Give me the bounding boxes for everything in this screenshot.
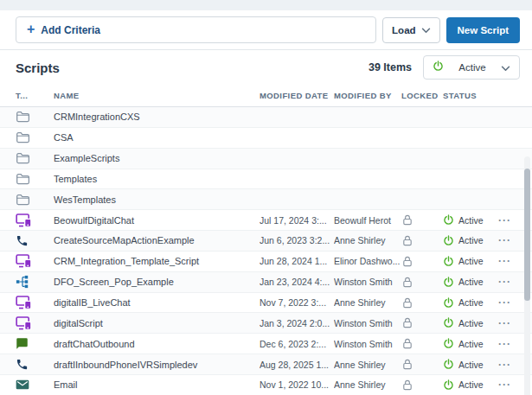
- table-header-row: T... NAME MODIFIED DATE MODIFIED BY LOCK…: [0, 85, 532, 107]
- table-row[interactable]: BeowulfDigitalChat Jul 17, 2024 3:... Be…: [0, 210, 532, 231]
- new-script-button[interactable]: New Script: [446, 17, 520, 43]
- row-modified-by: Beowulf Herot: [334, 215, 401, 226]
- digital-icon: [16, 253, 54, 269]
- row-modified-date: Nov 1, 2022 10...: [260, 379, 334, 390]
- column-header-status[interactable]: STATUS: [443, 91, 498, 100]
- table-row[interactable]: Email Nov 1, 2022 10... Anne Shirley Act…: [0, 375, 532, 395]
- row-name: CSA: [54, 132, 260, 143]
- row-modified-by: Winston Smith: [334, 318, 401, 328]
- power-icon: [443, 359, 454, 370]
- row-name: digitalIB_LiveChat: [54, 297, 260, 308]
- phone-icon: [16, 358, 54, 371]
- row-menu-button[interactable]: ···: [498, 317, 522, 329]
- row-name: ExampleScripts: [54, 153, 260, 163]
- power-icon: [433, 60, 444, 75]
- chat-icon: [16, 337, 54, 350]
- row-modified-date: Dec 6, 2023 2:...: [260, 339, 334, 349]
- table-row[interactable]: CSA: [0, 128, 532, 149]
- row-menu-button[interactable]: ···: [498, 234, 522, 246]
- lock-icon: [401, 213, 443, 226]
- scripts-panel-header: Scripts 39 Items Active: [0, 50, 532, 85]
- scripts-panel: Scripts 39 Items Active T... NAME MODIFI…: [0, 49, 532, 395]
- row-name: DFO_Screen_Pop_Example: [54, 277, 260, 287]
- power-icon: [443, 277, 454, 288]
- digital-icon: [16, 213, 54, 228]
- column-header-modified-date[interactable]: MODIFIED DATE: [260, 91, 334, 100]
- row-menu-button[interactable]: ···: [498, 338, 522, 350]
- add-criteria-input[interactable]: + Add Criteria: [16, 16, 376, 43]
- table-row[interactable]: WesTemplates: [0, 189, 532, 210]
- email-icon: [16, 379, 54, 391]
- power-icon: [443, 317, 454, 328]
- folder-icon: [16, 111, 54, 123]
- table-body: CRMIntegrationCXS CSA ExampleScripts Tem…: [0, 107, 532, 395]
- row-status: Active: [443, 379, 498, 391]
- table-row[interactable]: CRMIntegrationCXS: [0, 107, 532, 128]
- row-menu-button[interactable]: ···: [498, 379, 522, 391]
- row-modified-by: Anne Shirley: [334, 235, 401, 245]
- toolbar: + Add Criteria Load New Script: [0, 10, 532, 49]
- row-status: Active: [443, 359, 498, 370]
- row-modified-by: Winston Smith: [334, 339, 401, 349]
- table-row[interactable]: Templates: [0, 169, 532, 190]
- phone-icon: [16, 234, 54, 247]
- page-title: Scripts: [16, 61, 60, 75]
- load-button[interactable]: Load: [382, 17, 439, 43]
- row-modified-by: Elinor Dashwo...: [334, 256, 401, 266]
- table-row[interactable]: DFO_Screen_Pop_Example Jan 23, 2024 4:..…: [0, 272, 532, 293]
- add-criteria-label: Add Criteria: [41, 24, 100, 36]
- power-icon: [443, 379, 454, 391]
- column-header-modified-by[interactable]: MODIFIED BY: [334, 91, 401, 100]
- row-name: digitalScript: [54, 318, 260, 328]
- table-row[interactable]: CRM_Integration_Template_Script Jun 28, …: [0, 252, 532, 272]
- status-filter-dropdown[interactable]: Active: [423, 55, 520, 80]
- chevron-down-icon: [421, 25, 431, 35]
- row-modified-date: Jan 23, 2024 4:...: [260, 277, 334, 287]
- row-name: CRM_Integration_Template_Script: [54, 256, 260, 266]
- row-modified-date: Aug 28, 2025 1...: [260, 360, 334, 370]
- row-modified-date: Jan 3, 2024 2:0...: [260, 318, 334, 328]
- column-header-type[interactable]: T...: [16, 91, 54, 100]
- folder-icon: [16, 152, 54, 164]
- table-row[interactable]: draftIInboundPhoneIVRSimpledev Aug 28, 2…: [0, 354, 532, 375]
- row-menu-button[interactable]: ···: [498, 296, 522, 309]
- column-header-name[interactable]: NAME: [54, 91, 260, 100]
- scrollbar-thumb[interactable]: [524, 169, 530, 301]
- table-row[interactable]: draftChatOutbound Dec 6, 2023 2:... Wins…: [0, 334, 532, 354]
- vertical-scrollbar[interactable]: [524, 156, 530, 395]
- table-row[interactable]: digitalIB_LiveChat Nov 7, 2022 3:... Ann…: [0, 293, 532, 314]
- lock-icon: [401, 296, 443, 309]
- load-button-label: Load: [392, 25, 415, 35]
- dfo-icon: [16, 275, 54, 289]
- column-header-locked[interactable]: LOCKED: [401, 91, 443, 100]
- row-menu-button[interactable]: ···: [498, 276, 522, 288]
- row-status: Active: [443, 338, 498, 349]
- lock-icon: [401, 234, 443, 247]
- row-menu-button[interactable]: ···: [498, 359, 522, 371]
- row-modified-date: Jun 6, 2023 3:2...: [260, 235, 334, 245]
- power-icon: [443, 214, 454, 226]
- row-status: Active: [443, 297, 498, 309]
- row-name: draftIInboundPhoneIVRSimpledev: [54, 360, 260, 370]
- row-name: CreateSourceMapActionExample: [54, 235, 260, 245]
- table-row[interactable]: digitalScript Jan 3, 2024 2:0... Winston…: [0, 313, 532, 334]
- row-menu-button[interactable]: ···: [498, 214, 522, 226]
- power-icon: [443, 235, 454, 246]
- row-modified-by: Anne Shirley: [334, 297, 401, 308]
- row-modified-date: Jun 28, 2024 1...: [260, 256, 334, 266]
- table-row[interactable]: CreateSourceMapActionExample Jun 6, 2023…: [0, 231, 532, 252]
- folder-icon: [16, 173, 54, 185]
- power-icon: [443, 297, 454, 309]
- lock-icon: [401, 358, 443, 371]
- row-name: BeowulfDigitalChat: [54, 215, 260, 226]
- lock-icon: [401, 255, 443, 268]
- lock-icon: [401, 276, 443, 289]
- row-modified-by: Anne Shirley: [334, 379, 401, 390]
- row-modified-date: Nov 7, 2022 3:...: [260, 297, 334, 308]
- lock-icon: [401, 337, 443, 350]
- row-status: Active: [443, 317, 498, 328]
- row-menu-button[interactable]: ···: [498, 255, 522, 267]
- table-row[interactable]: ExampleScripts: [0, 149, 532, 169]
- row-name: draftChatOutbound: [54, 339, 260, 349]
- row-name: Templates: [54, 174, 260, 184]
